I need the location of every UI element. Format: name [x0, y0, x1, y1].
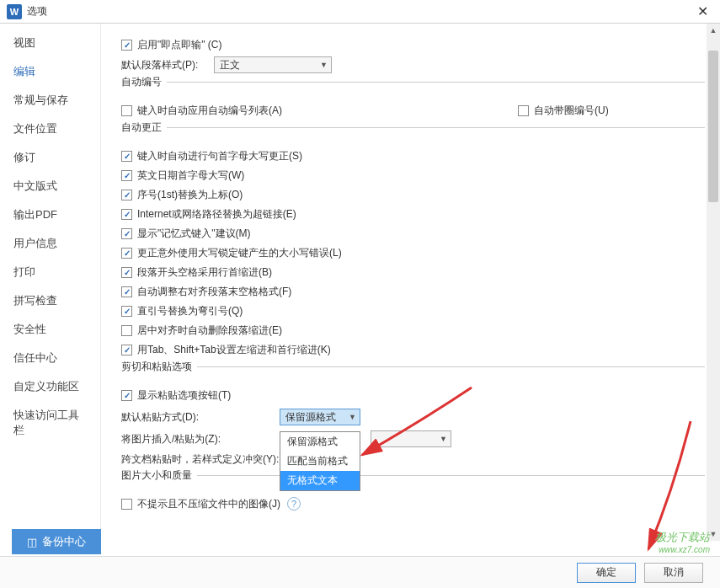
legend-image-quality: 图片大小和质量	[121, 468, 197, 483]
dropdown-option-2[interactable]: 无格式文本	[280, 471, 360, 490]
label-default-paste: 默认粘贴方式(D):	[121, 410, 280, 425]
label-image-paste: 将图片插入/粘贴为(Z):	[121, 432, 280, 446]
dropdown-option-1[interactable]: 匹配当前格式	[280, 452, 360, 471]
cancel-button[interactable]: 取消	[644, 563, 703, 583]
chevron-down-icon: ▼	[440, 435, 447, 443]
label-ac5: 显示"记忆式键入"建议(M)	[137, 227, 251, 241]
sidebar-item-13[interactable]: 快速访问工具栏	[0, 401, 100, 445]
sidebar-item-3[interactable]: 文件位置	[0, 115, 100, 143]
scroll-thumb[interactable]	[708, 51, 718, 202]
label-show-paste: 显示粘贴选项按钮(T)	[137, 388, 231, 403]
bottom-bar: 确定 取消	[0, 556, 720, 588]
sidebar-item-10[interactable]: 安全性	[0, 315, 100, 344]
watermark: 极光下载站 www.xz7.com	[655, 530, 710, 554]
label-ac2: 英文日期首字母大写(W)	[137, 168, 244, 183]
chevron-down-icon: ▼	[320, 61, 328, 69]
group-auto-number: 自动编号	[121, 82, 705, 97]
checkbox-ac4[interactable]	[121, 209, 132, 220]
checkbox-ac5[interactable]	[121, 228, 132, 239]
ok-button[interactable]: 确定	[577, 563, 636, 583]
label-auto-circle: 自动带圈编号(U)	[534, 104, 609, 118]
chevron-down-icon: ▼	[349, 413, 356, 421]
label-no-compress: 不提示且不压缩文件中的图像(J)	[137, 497, 280, 511]
select-default-para-value: 正文	[220, 58, 240, 72]
help-icon[interactable]: ?	[287, 497, 301, 510]
group-image-quality: 图片大小和质量	[121, 475, 705, 490]
sidebar: 视图编辑常规与保存文件位置修订中文版式输出PDF用户信息打印拼写检查安全性信任中…	[0, 24, 101, 541]
label-click-type: 启用"即点即输" (C)	[137, 38, 222, 52]
close-icon[interactable]: ✕	[692, 3, 713, 19]
label-ac4: Internet或网络路径替换为超链接(E)	[137, 207, 296, 222]
select-image-paste[interactable]: ▼	[371, 430, 451, 447]
checkbox-ac1[interactable]	[121, 151, 132, 162]
sidebar-item-5[interactable]: 中文版式	[0, 172, 100, 200]
content-panel: 启用"即点即输" (C) 默认段落样式(P): 正文 ▼ 自动编号 键入时自动应…	[101, 24, 720, 541]
legend-auto-number: 自动编号	[121, 75, 167, 89]
dropdown-default-paste: 保留源格式匹配当前格式无格式文本	[280, 431, 360, 491]
sidebar-item-4[interactable]: 修订	[0, 143, 100, 172]
checkbox-ac3[interactable]	[121, 190, 132, 200]
label-ac8: 自动调整右对齐段落末空格格式(F)	[137, 285, 291, 299]
label-ac7: 段落开头空格采用行首缩进(B)	[137, 265, 272, 280]
sidebar-item-2[interactable]: 常规与保存	[0, 86, 100, 115]
select-default-para[interactable]: 正文 ▼	[214, 56, 332, 73]
checkbox-ac8[interactable]	[121, 286, 132, 297]
group-auto-correct: 自动更正	[121, 127, 705, 142]
label-ac11: 用Tab、Shift+Tab设置左缩进和首行缩进(K)	[137, 343, 331, 357]
dropdown-option-0[interactable]: 保留源格式	[280, 432, 360, 452]
sidebar-item-11[interactable]: 信任中心	[0, 344, 100, 372]
checkbox-no-compress[interactable]	[121, 499, 132, 510]
group-cut-paste: 剪切和粘贴选项	[121, 366, 705, 382]
sidebar-item-12[interactable]: 自定义功能区	[0, 372, 100, 401]
backup-icon: ◫	[27, 536, 37, 548]
label-ac3: 序号(1st)替换为上标(O)	[137, 188, 243, 202]
checkbox-ac7[interactable]	[121, 267, 132, 278]
sidebar-item-7[interactable]: 用户信息	[0, 229, 100, 258]
checkbox-auto-circle[interactable]	[518, 105, 529, 116]
legend-auto-correct: 自动更正	[121, 120, 167, 135]
backup-label: 备份中心	[42, 534, 86, 549]
app-icon: W	[7, 4, 22, 19]
select-default-paste-value: 保留源格式	[285, 410, 336, 425]
label-default-para: 默认段落样式(P):	[121, 58, 214, 72]
sidebar-item-0[interactable]: 视图	[0, 29, 100, 57]
scroll-up-icon[interactable]: ▲	[707, 24, 720, 37]
checkbox-ac9[interactable]	[121, 306, 132, 317]
label-ac1: 键入时自动进行句首字母大写更正(S)	[137, 149, 302, 163]
sidebar-item-9[interactable]: 拼写检查	[0, 286, 100, 315]
scrollbar[interactable]: ▲ ▼	[707, 24, 720, 541]
label-ac10: 居中对齐时自动删除段落缩进(E)	[137, 323, 282, 338]
backup-center-button[interactable]: ◫ 备份中心	[12, 529, 101, 554]
legend-cut-paste: 剪切和粘贴选项	[121, 360, 197, 374]
checkbox-ac10[interactable]	[121, 325, 132, 336]
checkbox-click-type[interactable]	[121, 40, 132, 51]
checkbox-ac2[interactable]	[121, 170, 132, 181]
sidebar-item-8[interactable]: 打印	[0, 258, 100, 286]
label-ac9: 直引号替换为弯引号(Q)	[137, 304, 243, 318]
checkbox-ac6[interactable]	[121, 248, 132, 259]
checkbox-ac11[interactable]	[121, 345, 132, 355]
sidebar-item-6[interactable]: 输出PDF	[0, 200, 100, 229]
checkbox-auto-number-list[interactable]	[121, 105, 132, 116]
select-default-paste[interactable]: 保留源格式 ▼	[280, 409, 360, 425]
label-auto-number-list: 键入时自动应用自动编号列表(A)	[137, 104, 282, 118]
label-ac6: 更正意外使用大写锁定键产生的大小写错误(L)	[137, 246, 342, 260]
label-cross-paste: 跨文档粘贴时，若样式定义冲突(Y):	[121, 452, 307, 467]
dialog-title: 选项	[27, 4, 692, 19]
titlebar: W 选项 ✕	[0, 0, 720, 24]
checkbox-show-paste[interactable]	[121, 390, 132, 401]
sidebar-item-1[interactable]: 编辑	[0, 57, 100, 86]
